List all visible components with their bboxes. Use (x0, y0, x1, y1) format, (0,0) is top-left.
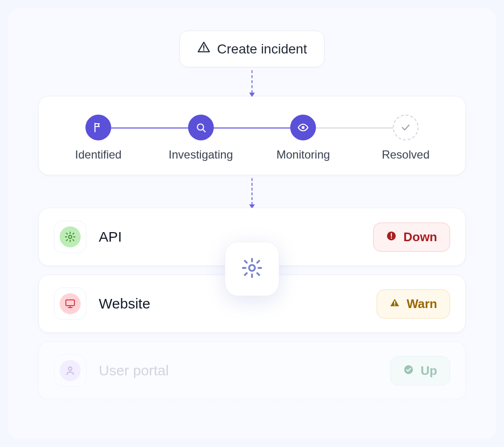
status-label: Down (403, 230, 437, 245)
status-badge-up: Up (390, 356, 450, 385)
user-icon (60, 360, 81, 381)
check-circle-icon (403, 363, 414, 378)
warning-icon (197, 41, 210, 57)
exclamation-circle-icon (386, 230, 397, 245)
warning-triangle-icon (389, 297, 400, 311)
phase-label: Resolved (382, 148, 430, 161)
check-icon (393, 115, 419, 140)
flag-icon (85, 115, 111, 140)
phase-label: Identified (75, 148, 121, 161)
service-name: Website (99, 296, 150, 312)
eye-icon (290, 115, 316, 140)
canvas: Create incident Identified Investigating… (8, 8, 496, 439)
phase-label: Monitoring (276, 148, 330, 161)
status-label: Up (420, 363, 437, 378)
connector-arrow (252, 178, 252, 205)
status-badge-warn: Warn (377, 289, 450, 319)
service-icon-box (54, 287, 86, 320)
service-icon-box (54, 421, 86, 439)
create-incident-label: Create incident (217, 42, 307, 57)
service-icon-box (54, 354, 86, 387)
phase-investigating[interactable]: Investigating (160, 115, 242, 161)
service-name: User portal (99, 362, 169, 379)
gear-icon (60, 427, 81, 439)
service-icon-box (54, 221, 86, 253)
create-incident-button[interactable]: Create incident (179, 31, 325, 67)
phase-progress-card: Identified Investigating Monitoring Reso… (38, 96, 466, 175)
monitor-icon (60, 293, 81, 314)
phase-identified[interactable]: Identified (58, 115, 139, 161)
service-card-overflow (38, 408, 466, 439)
service-card-user-portal[interactable]: User portal Up (38, 341, 466, 400)
phase-resolved[interactable]: Resolved (365, 115, 446, 161)
status-badge-down: Down (373, 223, 450, 252)
search-icon (188, 115, 214, 140)
gear-icon (241, 257, 263, 281)
gear-icon (60, 226, 81, 247)
phase-monitoring[interactable]: Monitoring (262, 115, 344, 161)
connector-arrow (252, 70, 252, 93)
floating-settings-button[interactable] (225, 242, 279, 296)
service-name: API (99, 229, 122, 245)
phase-label: Investigating (168, 148, 233, 161)
status-label: Warn (407, 297, 437, 311)
